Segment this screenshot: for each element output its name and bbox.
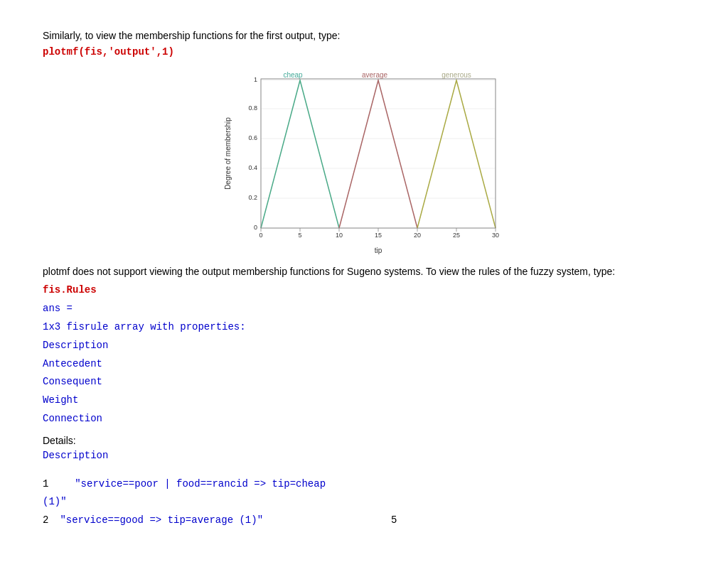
svg-text:0.8: 0.8 xyxy=(248,104,257,112)
svg-rect-0 xyxy=(261,79,496,228)
chart-area: Degree of membership tip 0 0.2 0.4 0.6 0… xyxy=(222,72,506,256)
cheap-label: cheap xyxy=(283,72,303,79)
rule2-num2: 5 xyxy=(391,512,397,529)
rule2-line: 2 "service==good => tip=average (1)" 5 xyxy=(43,512,685,529)
intro-line1: Similarly, to view the membership functi… xyxy=(43,28,685,43)
svg-text:10: 10 xyxy=(336,232,343,239)
x-axis-label: tip xyxy=(375,247,382,254)
prop-description: Description xyxy=(43,337,685,355)
svg-text:0.2: 0.2 xyxy=(248,194,257,201)
prop-antecedent: Antecedent xyxy=(43,356,685,373)
svg-text:25: 25 xyxy=(453,232,460,239)
chart-container: Degree of membership tip 0 0.2 0.4 0.6 0… xyxy=(43,72,685,256)
rule1-line: 1 "service==poor | food==rancid => tip=c… xyxy=(43,476,685,493)
average-label: average xyxy=(362,72,388,79)
generous-label: generous xyxy=(441,72,471,79)
prop-consequent: Consequent xyxy=(43,374,685,391)
svg-text:20: 20 xyxy=(414,232,421,239)
svg-text:0: 0 xyxy=(259,232,262,239)
rule1-continuation: (1)" xyxy=(43,496,67,507)
prop-weight: Weight xyxy=(43,392,685,409)
y-axis-label: Degree of membership xyxy=(224,117,232,190)
rule1-cont-line: (1)" xyxy=(43,494,685,511)
rule2-number: 2 xyxy=(43,512,48,529)
plotmf-command: plotmf(fis,'output',1) xyxy=(43,46,685,58)
desc-label: Description xyxy=(43,448,685,465)
rule1-number: 1 xyxy=(43,478,48,490)
svg-text:1: 1 xyxy=(254,76,257,83)
body-text: plotmf does not support viewing the outp… xyxy=(43,264,682,279)
svg-text:0.4: 0.4 xyxy=(248,164,257,171)
ans-eq-line: ans = xyxy=(43,301,685,318)
details-section: Details: Description xyxy=(43,435,685,465)
svg-text:30: 30 xyxy=(492,232,499,239)
svg-text:15: 15 xyxy=(375,232,382,239)
rules-section: 1 "service==poor | food==rancid => tip=c… xyxy=(43,476,685,529)
fis-rules-command: fis.Rules xyxy=(43,282,685,299)
prop-connection: Connection xyxy=(43,411,685,428)
details-label: Details: xyxy=(43,435,685,446)
rule2-text: "service==good => tip=average (1)" xyxy=(60,512,263,529)
array-desc-line: 1x3 fisrule array with properties: xyxy=(43,319,685,336)
svg-text:5: 5 xyxy=(298,232,301,239)
fis-rules-text: fis.Rules xyxy=(43,284,97,296)
membership-chart: Degree of membership tip 0 0.2 0.4 0.6 0… xyxy=(222,72,506,256)
svg-text:0.6: 0.6 xyxy=(248,134,257,141)
rule1-text: "service==poor | food==rancid => tip=che… xyxy=(75,478,326,490)
svg-text:0: 0 xyxy=(254,224,257,231)
